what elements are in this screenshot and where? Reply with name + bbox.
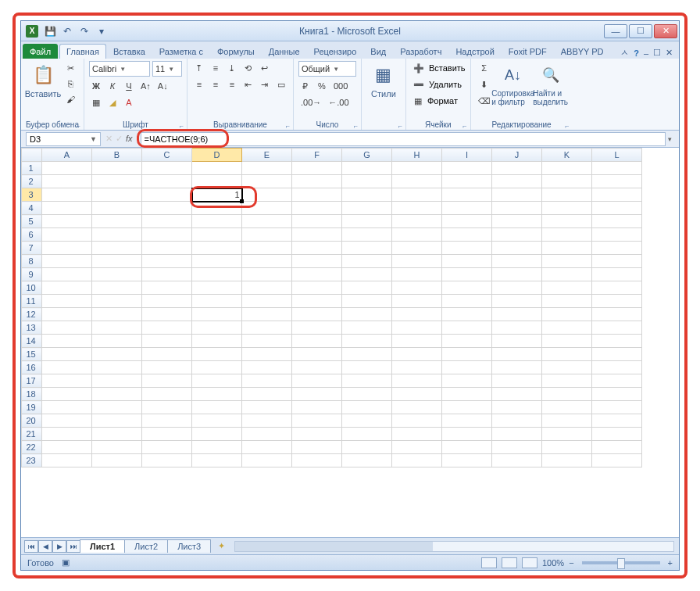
cell-K17[interactable] bbox=[542, 374, 592, 388]
cell-C11[interactable] bbox=[142, 295, 192, 308]
cell-L15[interactable] bbox=[592, 348, 642, 361]
cell-L8[interactable] bbox=[592, 255, 642, 268]
cell-B8[interactable] bbox=[92, 255, 142, 268]
cell-B10[interactable] bbox=[92, 281, 142, 295]
cell-J20[interactable] bbox=[492, 414, 542, 428]
row-header-3[interactable]: 3 bbox=[22, 188, 42, 202]
tab-home[interactable]: Главная bbox=[59, 44, 106, 59]
underline-button[interactable]: Ч bbox=[122, 79, 136, 93]
cell-I10[interactable] bbox=[442, 281, 492, 295]
cell-J18[interactable] bbox=[492, 388, 542, 401]
cell-E1[interactable] bbox=[242, 162, 292, 175]
cell-A9[interactable] bbox=[42, 268, 92, 281]
cell-G9[interactable] bbox=[342, 268, 392, 281]
row-header-21[interactable]: 21 bbox=[22, 428, 42, 441]
cell-J6[interactable] bbox=[492, 228, 542, 242]
cell-C2[interactable] bbox=[142, 175, 192, 188]
cell-I15[interactable] bbox=[442, 348, 492, 361]
decrease-indent-icon[interactable]: ⇤ bbox=[241, 77, 255, 91]
cell-F4[interactable] bbox=[292, 202, 342, 215]
font-color-icon[interactable]: A bbox=[122, 95, 136, 109]
cell-F14[interactable] bbox=[292, 335, 342, 348]
percent-icon[interactable]: % bbox=[315, 79, 329, 93]
cell-D2[interactable] bbox=[192, 175, 242, 188]
align-left-icon[interactable]: ≡ bbox=[192, 77, 206, 91]
align-bottom-icon[interactable]: ⤓ bbox=[225, 61, 239, 75]
cell-K9[interactable] bbox=[542, 268, 592, 281]
cell-G23[interactable] bbox=[342, 454, 392, 467]
cell-H19[interactable] bbox=[392, 401, 442, 414]
tab-developer[interactable]: Разработч bbox=[393, 44, 448, 59]
col-header-B[interactable]: B bbox=[92, 149, 142, 162]
cell-J8[interactable] bbox=[492, 255, 542, 268]
cell-J19[interactable] bbox=[492, 401, 542, 414]
cell-K16[interactable] bbox=[542, 361, 592, 374]
row-header-9[interactable]: 9 bbox=[22, 268, 42, 281]
cell-F21[interactable] bbox=[292, 428, 342, 441]
name-box[interactable]: D3▼ bbox=[26, 132, 101, 146]
align-center-icon[interactable]: ≡ bbox=[209, 77, 223, 91]
row-header-2[interactable]: 2 bbox=[22, 175, 42, 188]
cell-H11[interactable] bbox=[392, 295, 442, 308]
cell-K8[interactable] bbox=[542, 255, 592, 268]
cell-C7[interactable] bbox=[142, 242, 192, 255]
cell-I23[interactable] bbox=[442, 454, 492, 467]
cell-H16[interactable] bbox=[392, 361, 442, 374]
row-header-7[interactable]: 7 bbox=[22, 242, 42, 255]
cell-D14[interactable] bbox=[192, 335, 242, 348]
orientation-icon[interactable]: ⟲ bbox=[241, 61, 255, 75]
cell-H14[interactable] bbox=[392, 335, 442, 348]
cell-G12[interactable] bbox=[342, 308, 392, 321]
wrap-text-icon[interactable]: ↩ bbox=[258, 61, 272, 75]
cell-G2[interactable] bbox=[342, 175, 392, 188]
col-header-D[interactable]: D bbox=[192, 149, 242, 162]
cell-C22[interactable] bbox=[142, 441, 192, 454]
cell-L7[interactable] bbox=[592, 242, 642, 255]
cell-E5[interactable] bbox=[242, 215, 292, 228]
format-cells-label[interactable]: Формат bbox=[427, 96, 458, 106]
cell-E15[interactable] bbox=[242, 348, 292, 361]
cell-A20[interactable] bbox=[42, 414, 92, 428]
cell-A4[interactable] bbox=[42, 202, 92, 215]
cell-J2[interactable] bbox=[492, 175, 542, 188]
cell-I9[interactable] bbox=[442, 268, 492, 281]
row-header-15[interactable]: 15 bbox=[22, 348, 42, 361]
cell-H22[interactable] bbox=[392, 441, 442, 454]
cell-F19[interactable] bbox=[292, 401, 342, 414]
cell-D8[interactable] bbox=[192, 255, 242, 268]
cell-C16[interactable] bbox=[142, 361, 192, 374]
enter-formula-icon[interactable]: ✓ bbox=[116, 134, 123, 144]
cell-L12[interactable] bbox=[592, 308, 642, 321]
cell-C13[interactable] bbox=[142, 321, 192, 335]
cell-L16[interactable] bbox=[592, 361, 642, 374]
format-painter-icon[interactable]: 🖌 bbox=[63, 92, 77, 106]
align-right-icon[interactable]: ≡ bbox=[225, 77, 239, 91]
row-header-20[interactable]: 20 bbox=[22, 414, 42, 428]
cell-F3[interactable] bbox=[292, 188, 342, 202]
cell-D16[interactable] bbox=[192, 361, 242, 374]
cell-G10[interactable] bbox=[342, 281, 392, 295]
cell-G18[interactable] bbox=[342, 388, 392, 401]
cell-E22[interactable] bbox=[242, 441, 292, 454]
cell-H1[interactable] bbox=[392, 162, 442, 175]
cell-L23[interactable] bbox=[592, 454, 642, 467]
cell-D19[interactable] bbox=[192, 401, 242, 414]
cell-C1[interactable] bbox=[142, 162, 192, 175]
row-header-6[interactable]: 6 bbox=[22, 228, 42, 242]
tab-data[interactable]: Данные bbox=[262, 44, 307, 59]
cell-J22[interactable] bbox=[492, 441, 542, 454]
cell-H8[interactable] bbox=[392, 255, 442, 268]
increase-font-icon[interactable]: A↑ bbox=[138, 79, 153, 93]
cell-E9[interactable] bbox=[242, 268, 292, 281]
cell-A17[interactable] bbox=[42, 374, 92, 388]
sheet-tab-2[interactable]: Лист2 bbox=[124, 539, 168, 553]
cell-A15[interactable] bbox=[42, 348, 92, 361]
cell-B22[interactable] bbox=[92, 441, 142, 454]
cell-I4[interactable] bbox=[442, 202, 492, 215]
row-header-17[interactable]: 17 bbox=[22, 374, 42, 388]
cell-G17[interactable] bbox=[342, 374, 392, 388]
copy-icon[interactable]: ⎘ bbox=[63, 77, 77, 91]
cell-J3[interactable] bbox=[492, 188, 542, 202]
cell-K14[interactable] bbox=[542, 335, 592, 348]
cell-G19[interactable] bbox=[342, 401, 392, 414]
